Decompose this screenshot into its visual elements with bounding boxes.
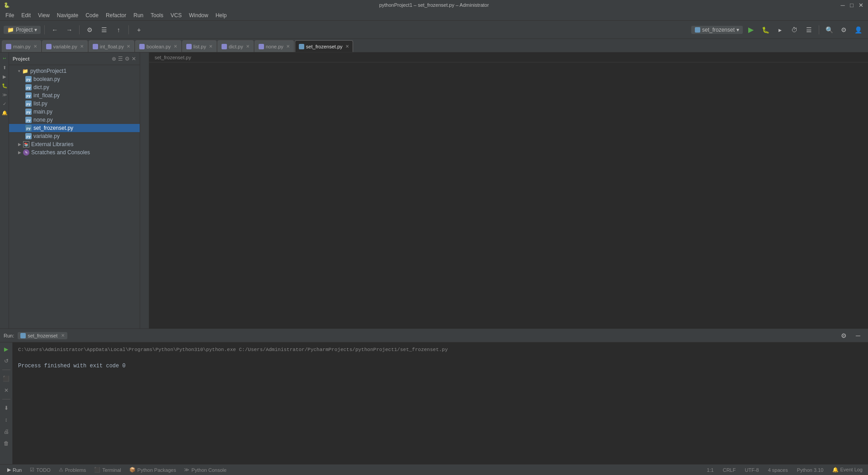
debug-tool-icon[interactable]: 🐛 [0,81,9,90]
tree-item-set-frozenset-py[interactable]: py set_frozenset.py [9,124,140,132]
terminal-status-tab[interactable]: ⬛ Terminal [90,466,125,474]
tree-item-scratches[interactable]: ▶ ✎ Scratches and Consoles [9,148,140,157]
run-play-button[interactable]: ▶ [1,344,11,354]
todo-tool-icon[interactable]: ✓ [0,100,9,108]
menu-view[interactable]: View [34,11,53,19]
run-print-button[interactable]: 🖨 [1,427,11,437]
notifications-tool-icon[interactable]: 🔔 [0,109,9,117]
bottom-minimize-button[interactable]: ─ [852,329,864,342]
panel-hide-button[interactable]: ✕ [132,56,136,62]
tab-boolean-py[interactable]: boolean.py ✕ [135,40,181,52]
problems-status-tab[interactable]: ⚠ Problems [55,466,90,474]
panel-locate-button[interactable]: ⊕ [112,56,116,62]
project-selector[interactable]: 📁 Project ▾ [4,26,41,34]
gear-settings-button[interactable]: ⚙ [837,24,850,36]
navigate-back-button[interactable]: ← [48,24,61,36]
list-button[interactable]: ☰ [98,24,110,36]
profile-button[interactable]: ⏱ [788,24,801,36]
python-version[interactable]: Python 3.10 [795,467,826,473]
tab-list-py[interactable]: list.py ✕ [182,40,217,52]
tab-close-boolean-py[interactable]: ✕ [174,44,177,49]
menu-refactor[interactable]: Refactor [102,11,130,19]
run-dump-button[interactable]: ⬇ [1,403,11,413]
run-tab-set-frozenset[interactable]: set_frozenset ✕ [18,332,67,339]
tree-item-dict-py[interactable]: py dict.py [9,83,140,91]
run-tab-close[interactable]: ✕ [61,333,65,338]
panel-collapse-button[interactable]: ☰ [118,56,123,62]
menu-help[interactable]: Help [212,11,231,19]
project-tool-icon[interactable]: 1 [0,54,9,62]
tab-close-variable-py[interactable]: ✕ [80,44,84,49]
indent-size[interactable]: 4 spaces [766,467,790,473]
menu-navigate[interactable]: Navigate [53,11,82,19]
menu-window[interactable]: Window [185,11,212,19]
python-console-status-tab[interactable]: ≫ Python Console [180,466,230,474]
file-icon-list-py: py [25,100,32,107]
tab-main-py[interactable]: main.py ✕ [2,40,41,52]
up-button[interactable]: ↑ [112,24,125,36]
add-button[interactable]: + [132,24,145,36]
tab-label-int-float-py: int_float.py [100,44,124,49]
search-button[interactable]: 🔍 [823,24,835,36]
python-packages-status-tab[interactable]: 📦 Python Packages [126,466,180,474]
debug-button[interactable]: 🐛 [759,24,772,36]
tree-item-variable-py[interactable]: py variable.py [9,132,140,140]
menu-edit[interactable]: Edit [18,11,34,19]
tree-item-boolean-py[interactable]: py boolean.py [9,75,140,83]
menu-vcs[interactable]: VCS [167,11,185,19]
tab-dict-py[interactable]: dict.py ✕ [217,40,254,52]
menu-code[interactable]: Code [82,11,102,19]
run-stop-button[interactable]: ⬛ [1,374,11,384]
tab-close-int-float-py[interactable]: ✕ [127,44,130,49]
tab-label-none-py: none.py [266,44,283,49]
problems-status-icon: ⚠ [59,467,63,473]
menu-run[interactable]: Run [130,11,147,19]
tree-item-list-py[interactable]: py list.py [9,100,140,108]
tab-close-none-py[interactable]: ✕ [286,44,290,49]
file-label-list-py: list.py [33,100,47,107]
tab-variable-py[interactable]: variable.py ✕ [42,40,88,52]
editor-content[interactable] [149,62,868,328]
run-scroll-button[interactable]: ↕ [1,415,11,425]
run-rerun-button[interactable]: ↺ [1,356,11,366]
project-tree: ▾ 📁 pythonProject1 py boolean.py py dict… [9,65,140,328]
event-log-button[interactable]: 🔔 Event Log [830,467,864,473]
line-separator[interactable]: CRLF [721,467,738,473]
coverage-button[interactable]: ▸ [774,24,786,36]
tab-close-set-frozenset-py[interactable]: ✕ [345,44,349,49]
tab-close-main-py[interactable]: ✕ [33,44,37,49]
tab-int-float-py[interactable]: int_float.py ✕ [89,40,134,52]
tab-none-py[interactable]: none.py ✕ [255,40,294,52]
tab-close-dict-py[interactable]: ✕ [246,44,250,49]
tree-item-external-libraries[interactable]: ▶ 📚 External Libraries [9,140,140,148]
run-delete-button[interactable]: 🗑 [1,438,11,448]
panel-settings-button[interactable]: ⚙ [125,56,130,62]
file-encoding[interactable]: UTF-8 [743,467,760,473]
run-close-button[interactable]: ✕ [1,385,11,395]
run-config-selector[interactable]: set_frozenset ▾ [691,26,743,34]
profile-icon-button[interactable]: 👤 [852,24,864,36]
cursor-position[interactable]: 1:1 [705,467,715,473]
menu-tools[interactable]: Tools [147,11,167,19]
commit-tool-icon[interactable]: ⬆ [0,63,9,71]
tab-set-frozenset-py[interactable]: set_frozenset.py ✕ [295,40,353,52]
todo-status-tab[interactable]: ☑ TODO [26,466,54,474]
maximize-button[interactable]: □ [848,1,855,9]
toolbar-separator-3 [128,25,129,34]
bookmark-button[interactable]: ☰ [802,24,815,36]
navigate-forward-button[interactable]: → [63,24,75,36]
tab-close-list-py[interactable]: ✕ [209,44,212,49]
settings-button[interactable]: ⚙ [83,24,96,36]
python-console-tool-icon[interactable]: ≫ [0,90,9,99]
tree-item-main-py[interactable]: py main.py [9,108,140,116]
run-status-tab[interactable]: ▶ Run [4,466,25,474]
tree-item-none-py[interactable]: py none.py [9,116,140,124]
bottom-settings-button[interactable]: ⚙ [837,329,850,342]
tree-item-int-float-py[interactable]: py int_float.py [9,91,140,100]
tree-item-root[interactable]: ▾ 📁 pythonProject1 [9,67,140,75]
minimize-button[interactable]: ─ [839,1,846,9]
run-button[interactable]: ▶ [745,24,757,36]
run-tool-icon[interactable]: ▶ [0,72,9,81]
menu-file[interactable]: File [2,11,18,19]
close-button[interactable]: ✕ [857,1,864,9]
